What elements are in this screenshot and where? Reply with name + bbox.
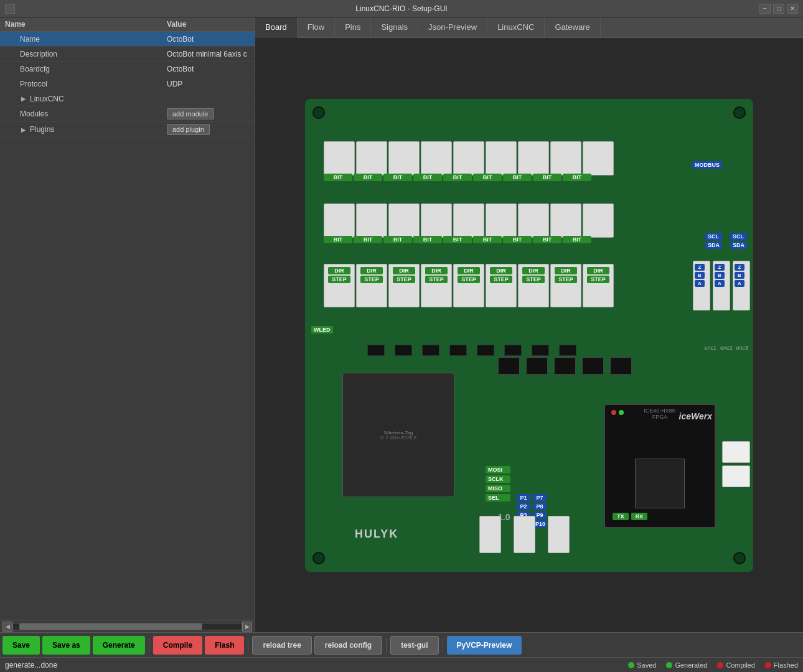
flash-button[interactable]: Flash xyxy=(205,636,244,655)
mosi-badge[interactable]: MOSI xyxy=(486,466,510,474)
tab-linuxcnc[interactable]: LinuxCNC xyxy=(487,17,545,37)
chip-u8 xyxy=(610,357,632,375)
bit-out-badge-8[interactable]: BIT xyxy=(533,236,561,243)
bit-out-badge-1[interactable]: BIT xyxy=(324,236,352,243)
tab-flow[interactable]: Flow xyxy=(298,17,335,37)
dir-5[interactable]: DIR xyxy=(458,267,480,274)
pyvcp-preview-button[interactable]: PyVCP-Preview xyxy=(447,636,522,655)
enc-z-3[interactable]: Z xyxy=(735,264,744,271)
wled-badge[interactable]: WLED xyxy=(311,326,333,334)
minimize-button[interactable]: − xyxy=(759,4,771,14)
enc-b-3[interactable]: B xyxy=(735,272,744,279)
sda-badge-2[interactable]: SDA xyxy=(730,241,747,249)
scl-badge-2[interactable]: SCL xyxy=(730,233,747,240)
miso-badge[interactable]: MISO xyxy=(486,485,510,492)
sclk-badge[interactable]: SCLK xyxy=(486,475,510,483)
tx-badge[interactable]: TX xyxy=(613,513,629,520)
bit-out-badge-7[interactable]: BIT xyxy=(503,236,532,243)
boardcfg-row[interactable]: Boardcfg OctoBot xyxy=(0,62,255,77)
scl-badge-1[interactable]: SCL xyxy=(705,233,722,240)
name-row[interactable]: Name OctoBot xyxy=(0,32,255,47)
enc-a-3[interactable]: A xyxy=(735,280,744,287)
enc-b-1[interactable]: B xyxy=(695,272,705,279)
test-gui-button[interactable]: test-gui xyxy=(390,636,438,655)
app-icon xyxy=(5,4,15,14)
horizontal-scrollbar[interactable] xyxy=(12,623,242,630)
bit-badge-2[interactable]: BIT xyxy=(354,174,382,181)
bit-badge-9[interactable]: BIT xyxy=(563,174,591,181)
reload-tree-button[interactable]: reload tree xyxy=(252,636,311,655)
bit-out-badge-3[interactable]: BIT xyxy=(383,236,412,243)
dir-2[interactable]: DIR xyxy=(360,267,383,274)
dir-7[interactable]: DIR xyxy=(522,267,545,274)
plugins-expander[interactable]: ▶ xyxy=(20,126,27,133)
dir-8[interactable]: DIR xyxy=(555,267,577,274)
chip-u6 xyxy=(554,357,576,375)
add-module-button[interactable]: add module xyxy=(167,108,214,119)
bit-badge-1[interactable]: BIT xyxy=(324,174,352,181)
dir-9[interactable]: DIR xyxy=(587,267,609,274)
bit-badge-7[interactable]: BIT xyxy=(503,174,532,181)
scroll-left-button[interactable]: ◀ xyxy=(2,622,12,632)
enc-labels: enc1 enc2 enc3 xyxy=(704,345,748,351)
step-1[interactable]: STEP xyxy=(328,276,350,283)
scroll-right-button[interactable]: ▶ xyxy=(242,622,252,632)
tab-signals[interactable]: Signals xyxy=(371,17,418,37)
uart-badges: TX RX xyxy=(613,513,647,520)
close-button[interactable]: ✕ xyxy=(787,4,798,14)
enc-b-2[interactable]: B xyxy=(715,272,725,279)
chip-d2 xyxy=(395,345,412,356)
p8-badge[interactable]: P8 xyxy=(533,503,547,510)
p2-badge[interactable]: P2 xyxy=(517,503,530,510)
linuxcnc-expander[interactable]: ▶ xyxy=(20,95,27,103)
tab-gateware[interactable]: Gateware xyxy=(545,17,600,37)
bit-badge-8[interactable]: BIT xyxy=(533,174,561,181)
compile-button[interactable]: Compile xyxy=(153,636,202,655)
generate-button[interactable]: Generate xyxy=(93,636,145,655)
step-7[interactable]: STEP xyxy=(522,276,545,283)
step-8[interactable]: STEP xyxy=(555,276,577,283)
bit-out-badge-4[interactable]: BIT xyxy=(413,236,442,243)
step-6[interactable]: STEP xyxy=(490,276,512,283)
bit-out-badge-9[interactable]: BIT xyxy=(563,236,591,243)
bit-badge-3[interactable]: BIT xyxy=(383,174,412,181)
p7-badge[interactable]: P7 xyxy=(533,494,547,502)
step-4[interactable]: STEP xyxy=(425,276,448,283)
save-as-button[interactable]: Save as xyxy=(42,636,90,655)
bit-badge-5[interactable]: BIT xyxy=(443,174,472,181)
connector-5 xyxy=(453,141,484,175)
maximize-button[interactable]: □ xyxy=(773,4,784,14)
reload-config-button[interactable]: reload config xyxy=(314,636,382,655)
linuxcnc-row[interactable]: ▶ LinuxCNC xyxy=(0,91,255,106)
step-5[interactable]: STEP xyxy=(458,276,480,283)
tab-pins[interactable]: Pins xyxy=(335,17,371,37)
enc-z-1[interactable]: Z xyxy=(695,264,705,271)
modbus-badge[interactable]: MODBUS xyxy=(692,161,722,169)
bit-out-badge-6[interactable]: BIT xyxy=(473,236,502,243)
rx-badge[interactable]: RX xyxy=(631,513,647,520)
tab-board[interactable]: Board xyxy=(255,17,298,38)
enc-z-2[interactable]: Z xyxy=(715,264,725,271)
enc-a-1[interactable]: A xyxy=(695,280,705,287)
step-3[interactable]: STEP xyxy=(393,276,415,283)
bit-out-badge-2[interactable]: BIT xyxy=(354,236,382,243)
sel-badge[interactable]: SEL xyxy=(486,494,510,502)
protocol-row[interactable]: Protocol UDP xyxy=(0,77,255,91)
bottom-conn-3 xyxy=(548,516,570,553)
description-row[interactable]: Description OctoBot minimal 6axis c xyxy=(0,47,255,62)
dir-6[interactable]: DIR xyxy=(490,267,512,274)
enc-a-2[interactable]: A xyxy=(715,280,725,287)
step-9[interactable]: STEP xyxy=(587,276,609,283)
dir-3[interactable]: DIR xyxy=(393,267,415,274)
dir-4[interactable]: DIR xyxy=(425,267,448,274)
bit-badge-6[interactable]: BIT xyxy=(473,174,502,181)
bit-out-badge-5[interactable]: BIT xyxy=(443,236,472,243)
step-2[interactable]: STEP xyxy=(360,276,383,283)
bit-badge-4[interactable]: BIT xyxy=(413,174,442,181)
tab-json-preview[interactable]: Json-Preview xyxy=(418,17,487,37)
add-plugin-button[interactable]: add plugin xyxy=(167,124,210,135)
save-button[interactable]: Save xyxy=(2,636,40,655)
sda-badge-1[interactable]: SDA xyxy=(705,241,722,249)
dir-1[interactable]: DIR xyxy=(328,267,350,274)
p1-badge[interactable]: P1 xyxy=(517,494,530,502)
